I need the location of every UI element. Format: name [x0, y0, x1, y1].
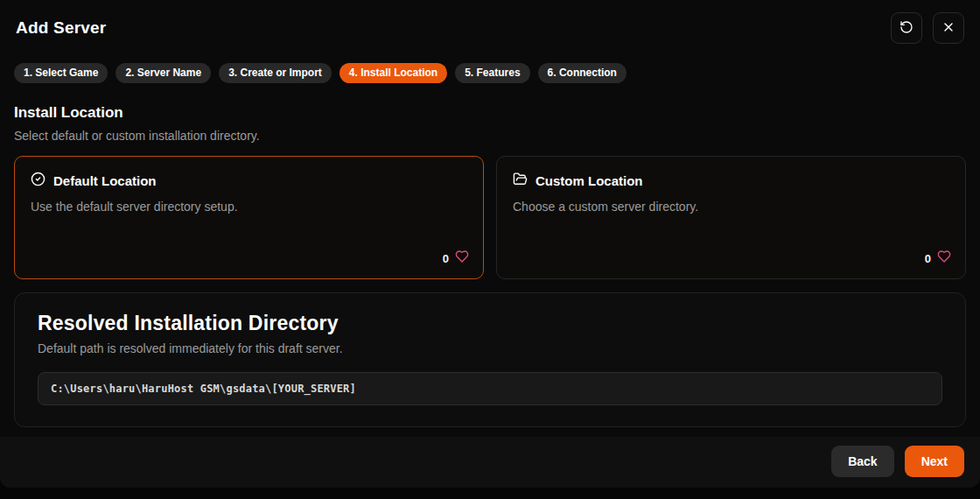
step-install-location[interactable]: 4. Install Location [340, 63, 447, 83]
section-title: Install Location [14, 104, 966, 122]
section-subtitle: Select default or custom installation di… [14, 129, 966, 143]
folder-open-icon [513, 172, 528, 190]
likes-count: 0 [925, 252, 931, 265]
close-button[interactable] [933, 12, 964, 44]
resolved-subtitle: Default path is resolved immediately for… [38, 341, 942, 355]
add-server-modal: Add Server 1. Select Game 2. [0, 0, 980, 488]
check-circle-icon [31, 172, 46, 190]
step-create-or-import[interactable]: 3. Create or Import [219, 63, 332, 83]
likes-button[interactable]: 0 [443, 249, 469, 267]
close-icon [942, 20, 956, 37]
section-head: Install Location Select default or custo… [0, 83, 980, 143]
location-options: Default Location Use the default server … [0, 143, 980, 279]
card-title: Custom Location [536, 173, 643, 188]
modal-header: Add Server [0, 0, 980, 49]
step-select-game[interactable]: 1. Select Game [14, 63, 108, 83]
resolved-title: Resolved Installation Directory [38, 312, 942, 335]
wizard-steps: 1. Select Game 2. Server Name 3. Create … [0, 49, 980, 83]
step-server-name[interactable]: 2. Server Name [116, 63, 211, 83]
step-connection[interactable]: 6. Connection [538, 63, 626, 83]
card-head: Default Location [31, 172, 467, 190]
option-default-location[interactable]: Default Location Use the default server … [14, 156, 484, 279]
card-description: Use the default server directory setup. [31, 200, 467, 214]
step-features[interactable]: 5. Features [455, 63, 529, 83]
card-description: Choose a custom server directory. [513, 200, 949, 214]
option-custom-location[interactable]: Custom Location Choose a custom server d… [496, 156, 966, 279]
resolved-directory-panel: Resolved Installation Directory Default … [14, 292, 966, 427]
card-head: Custom Location [513, 172, 949, 190]
modal-title: Add Server [16, 18, 106, 38]
heart-icon [937, 249, 951, 267]
heart-icon [455, 249, 469, 267]
next-button[interactable]: Next [905, 446, 964, 477]
refresh-button[interactable] [891, 12, 922, 44]
likes-count: 0 [443, 252, 449, 265]
back-button[interactable]: Back [831, 446, 893, 477]
likes-button[interactable]: 0 [925, 249, 951, 267]
header-actions [891, 12, 964, 44]
rotate-ccw-icon [900, 20, 914, 37]
resolved-path-value: C:\Users\haru\HaruHost GSM\gsdata\[YOUR_… [38, 372, 942, 405]
modal-footer: Back Next [0, 437, 980, 488]
card-title: Default Location [53, 173, 157, 188]
